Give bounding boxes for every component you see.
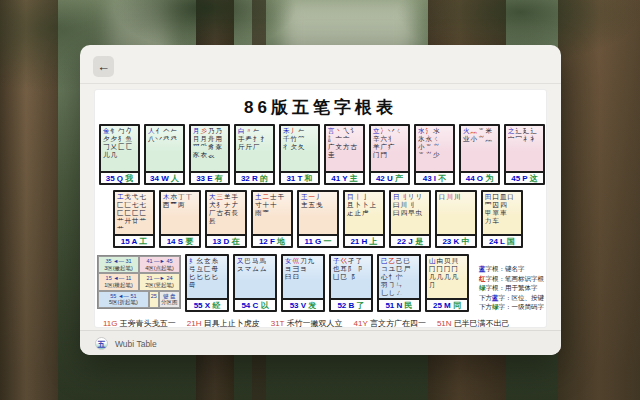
key-cell-n: 已乙己巳コユ㔾尸心忄㣺羽㇆ㄣ乚しㄥ51 N 民 [377,254,421,312]
keyboard-zone-diagram: 35 ◄— 313区(撇起笔)41 —► 454区(点起笔)15 ◄— 111区… [97,255,181,309]
root-lines: 山由贝貝冂冂冂冂几几几凡⺆ [427,256,467,298]
key-cell-y: 言丶乀讠訁亠亠广文方古圭41 Y 主 [324,124,365,185]
key-label: 14 S 要 [161,234,199,246]
key-label: 44 O 为 [461,171,498,183]
key-label: 31 T 和 [281,171,318,183]
wubi-app-icon: 五 [95,337,108,350]
key-label: 42 U 产 [371,171,408,183]
zone-diagram-cell: 41 —► 454区(点起笔) [139,256,180,273]
root-lines: 大三𦍌手犬犭ナ𠂇厂古石長镸 [207,192,245,234]
key-label: 21 H 上 [345,234,383,246]
key-cell-w: 人亻𠆢𠂉八丷癶癶34 W 人 [144,124,185,185]
key-label: 35 Q 我 [101,171,138,183]
key-cell-h: 目丨亅且卜卜上龰止虍21 H 上 [343,190,385,248]
key-label: 55 X 经 [187,298,227,310]
root-lines: 人亻𠆢𠂉八丷癶癶 [146,126,183,171]
key-label: 13 D 在 [207,234,245,246]
wubi-app-window: ← 86版五笔字根表 金钅勹𠂊夕夕犭鱼𠃌乂匚匸儿几35 Q 我人亻𠆢𠂉八丷癶癶3… [80,45,561,355]
key-row-middle: 工戈弋七匚匸七七匚匚匚匚艹廾廿艹艹15 A 工木朩丁丅西覀两14 S 要大三𦍌手… [113,190,523,248]
root-lines: 女巛刀九ヨ彐ヨ臼𦥑 [283,256,323,298]
key-cell-m: 山由贝貝冂冂冂冂几几几凡⺆25 M 同 [425,254,469,312]
key-label: 12 F 地 [253,234,291,246]
key-label: 51 N 民 [379,298,419,310]
key-label: 23 K 中 [437,234,475,246]
key-cell-j: 日刂リリ曰川刂曰四早虫22 J 是 [389,190,431,248]
key-cell-e: 月彡乃乃⺝月舟用爫⺥豸豖豕衣𧘇33 E 有 [189,124,230,185]
key-label: 25 M 同 [427,298,467,310]
back-button[interactable]: ← [93,56,114,77]
key-cell-t: 禾丿𠂉千竹⺮彳攵夂31 T 和 [279,124,320,185]
key-label: 11 G 一 [299,234,337,246]
legend-line: 下方绿字：一级简码字 [479,302,545,312]
key-label: 22 J 是 [391,234,429,246]
key-cell-r: 白〃𠂉手龵扌扌斤斤厂32 R 的 [234,124,275,185]
root-lines: 言丶乀讠訁亠亠广文方古圭 [326,126,363,171]
key-label: 24 L 国 [483,234,521,246]
window-footer: 五 Wubi Table [80,330,561,355]
zone-diagram-cell: 21 —► 242区(竖起笔) [139,273,180,290]
root-lines: 目丨亅且卜卜上龰止虍 [345,192,383,234]
key-cell-v: 女巛刀九ヨ彐ヨ臼𦥑53 V 发 [281,254,325,312]
key-row-bottom: 纟幺玄糸弓彑匚母匕匕匕匕毌55 X 经又巴马馬スマムム54 C 以女巛刀九ヨ彐ヨ… [185,254,469,312]
key-label: 53 V 发 [283,298,323,310]
root-lines: 金钅勹𠂊夕夕犭鱼𠃌乂匚匸儿几 [101,126,138,171]
key-cell-i: 水氵氺氷永ㄑ小⺌⺍⺌⺍少43 I 不 [414,124,455,185]
legend-line: 红字根：笔画标识字根 [479,274,545,284]
chart-title: 86版五笔字根表 [95,96,546,119]
key-label: 43 I 不 [416,171,453,183]
key-label: 15 A 工 [115,234,153,246]
key-label: 52 B 了 [331,298,371,310]
mnemonic-line-clipped: 11G 王旁青头戋五一21H 目具上止卜虎皮31T 禾竹一撇双人立41Y 言文方… [103,318,543,327]
legend-line: 下方蓝字：区位、按键 [479,293,545,303]
key-label: 41 Y 主 [326,171,363,183]
key-cell-q: 金钅勹𠂊夕夕犭鱼𠃌乂匚匸儿几35 Q 我 [99,124,140,185]
root-lines: 月彡乃乃⺝月舟用爫⺥豸豖豕衣𧘇 [191,126,228,171]
footer-app-title: Wubi Table [115,339,157,349]
key-label: 54 C 以 [235,298,275,310]
root-lines: 水氵氺氷永ㄑ小⺌⺍⺌⺍少 [416,126,453,171]
root-lines: 之辶廴⻌宀冖礻衤 [506,126,543,171]
key-cell-s: 木朩丁丅西覀两14 S 要 [159,190,201,248]
key-cell-a: 工戈弋七匚匸七七匚匚匚匚艹廾廿艹艹15 A 工 [113,190,155,248]
key-cell-x: 纟幺玄糸弓彑匚母匕匕匕匕毌55 X 经 [185,254,229,312]
key-cell-c: 又巴马馬スマムム54 C 以 [233,254,277,312]
color-legend: 蓝字根：键名字红字根：笔画标识字根绿字根：用于繁体字下方蓝字：区位、按键下方绿字… [479,264,545,312]
root-lines: 工戈弋七匚匸七七匚匚匚匚艹廾廿艹艹 [115,192,153,234]
key-cell-k: 口川川23 K 中 [435,190,477,248]
key-row-top: 金钅勹𠂊夕夕犭鱼𠃌乂匚匸儿几35 Q 我人亻𠆢𠂉八丷癶癶34 W 人月彡乃乃⺝月… [99,124,545,185]
zone-diagram-cell: 25 [149,291,159,308]
legend-line: 蓝字根：键名字 [479,264,545,274]
key-cell-l: 田囗皿口罒囚四甲單車力车24 L 国 [481,190,523,248]
root-lines: 禾丿𠂉千竹⺮彳攵夂 [281,126,318,171]
root-lines: 子巜孑了也耳阝卩凵㔾⻏ [331,256,371,298]
legend-line: 绿字根：用于繁体字 [479,283,545,293]
key-label: 34 W 人 [146,171,183,183]
root-lines: 土二士干寸十十雨⻗ [253,192,291,234]
key-cell-b: 子巜孑了也耳阝卩凵㔾⻏52 B 了 [329,254,373,312]
key-cell-f: 土二士干寸十十雨⻗12 F 地 [251,190,293,248]
root-lines: 日刂リリ曰川刂曰四早虫 [391,192,429,234]
key-cell-p: 之辶廴⻌宀冖礻衤45 P 这 [504,124,545,185]
root-lines: 又巴马馬スマムム [235,256,275,298]
key-cell-d: 大三𦍌手犬犭ナ𠂇厂古石長镸13 D 在 [205,190,247,248]
key-label: 32 R 的 [236,171,273,183]
root-lines: 木朩丁丅西覀两 [161,192,199,234]
root-lines: 王一丿主五戋 [299,192,337,234]
zone-diagram-cell: 35 ◄— 313区(撇起笔) [98,256,139,273]
key-cell-o: 火灬⺌米业小⺍灬44 O 为 [459,124,500,185]
key-cell-u: 立冫丷ㄑ辛六丬羊广疒门門42 U 产 [369,124,410,185]
root-lines: 田囗皿口罒囚四甲單車力车 [483,192,521,234]
window-titlebar: ← [80,45,561,84]
zone-diagram-cell: 55 ◄— 515区(折起笔) [98,291,149,308]
root-lines: 已乙己巳コユ㔾尸心忄㣺羽㇆ㄣ乚しㄥ [379,256,419,298]
root-lines: 立冫丷ㄑ辛六丬羊广疒门門 [371,126,408,171]
root-lines: 口川川 [437,192,475,234]
root-lines: 白〃𠂉手龵扌扌斤斤厂 [236,126,273,171]
root-lines: 纟幺玄糸弓彑匚母匕匕匕匕毌 [187,256,227,298]
key-cell-g: 王一丿主五戋11 G 一 [297,190,339,248]
zone-diagram-cell: 键 盘分区图 [159,291,180,308]
root-lines: 火灬⺌米业小⺍灬 [461,126,498,171]
key-label: 45 P 这 [506,171,543,183]
zone-diagram-cell: 15 ◄— 111区(横起笔) [98,273,139,290]
wubi-chart-card: 86版五笔字根表 金钅勹𠂊夕夕犭鱼𠃌乂匚匸儿几35 Q 我人亻𠆢𠂉八丷癶癶34 … [95,90,546,327]
